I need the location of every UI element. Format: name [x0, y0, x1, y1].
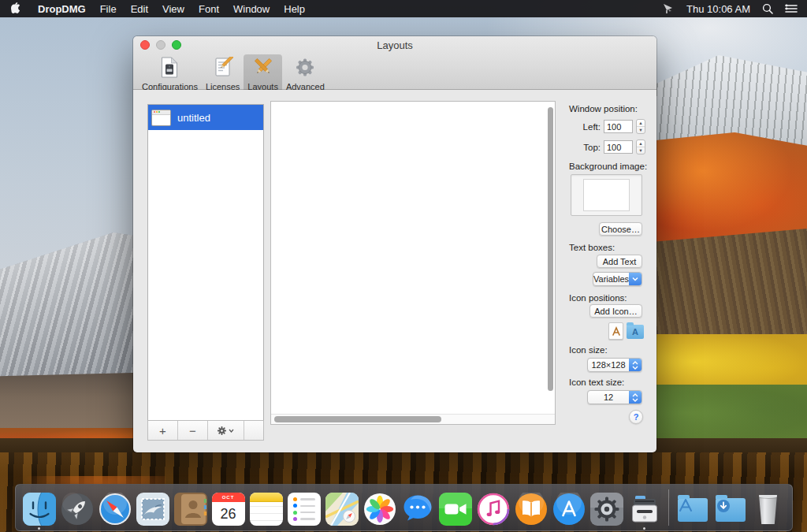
app-icon-thumbnail[interactable] — [608, 322, 623, 340]
launchpad-icon — [61, 493, 94, 526]
chevron-down-icon — [229, 429, 234, 433]
left-position-field[interactable] — [604, 120, 633, 133]
horizontal-scrollbar-track — [271, 414, 555, 424]
layout-preview-canvas[interactable] — [270, 101, 556, 425]
icon-positions-label: Icon positions: — [569, 293, 627, 303]
menu-clock[interactable]: Thu 10:06 AM — [686, 3, 750, 15]
dock-photos[interactable] — [363, 493, 396, 526]
spotlight-search-icon[interactable] — [762, 3, 773, 14]
dock-notes[interactable] — [250, 493, 283, 526]
dock-applications-folder[interactable] — [676, 493, 709, 526]
dock-maps[interactable] — [325, 493, 359, 526]
preferences-toolbar: Configurations Licenses Layouts Advanced — [138, 54, 329, 93]
dock-messages[interactable] — [401, 493, 434, 526]
list-action-bar: + − — [147, 420, 264, 441]
icon-size-popup[interactable]: 128×128 — [587, 358, 642, 372]
trash-icon — [758, 495, 779, 524]
dock-launchpad[interactable] — [61, 493, 94, 526]
dock-system-preferences[interactable] — [590, 493, 623, 526]
layouts-list: untitled + − — [147, 104, 264, 441]
menu-window[interactable]: Window — [233, 3, 270, 15]
background-image-well[interactable] — [571, 174, 642, 216]
popup-updown-icon — [629, 391, 642, 404]
background-image-label: Background image: — [569, 162, 647, 171]
dropdmg-preferences-window: Layouts Configurations Licenses Layouts — [133, 36, 656, 452]
facetime-icon — [439, 493, 472, 526]
dock-safari[interactable] — [99, 493, 132, 526]
calendar-day: 26 — [212, 502, 245, 526]
license-document-pencil-icon — [213, 57, 233, 81]
dock-ibooks[interactable] — [515, 493, 548, 526]
applications-folder-thumbnail[interactable]: A — [627, 325, 644, 339]
app-store-icon — [552, 493, 586, 526]
dropdmg-icon — [628, 493, 661, 526]
add-icon-button[interactable]: Add Icon… — [589, 304, 642, 318]
icon-text-size-label: Icon text size: — [569, 378, 624, 387]
layout-inspector: Window position: Left: ▲▼ Top: ▲▼ Backgr… — [560, 101, 650, 440]
dock-trash[interactable] — [752, 493, 785, 526]
dock-calendar[interactable]: OCT 26 — [212, 493, 245, 526]
dock-downloads-folder[interactable] — [714, 493, 747, 526]
dock-finder[interactable] — [23, 493, 56, 526]
photos-icon — [363, 493, 396, 526]
menu-bar: DropDMG File Edit View Font Window Help … — [0, 0, 807, 17]
dock: OCT 26 — [0, 484, 807, 531]
tab-layouts[interactable]: Layouts — [244, 54, 282, 93]
menu-font[interactable]: Font — [199, 3, 219, 15]
dock-app-store[interactable] — [552, 493, 586, 526]
tab-configurations[interactable]: Configurations — [138, 54, 202, 93]
top-stepper[interactable]: ▲▼ — [636, 140, 645, 154]
reminders-icon — [288, 493, 321, 526]
popup-updown-icon — [629, 359, 642, 371]
dock-itunes[interactable] — [477, 493, 510, 526]
dropdmg-status-icon[interactable] — [662, 3, 675, 14]
dock-contacts[interactable] — [174, 493, 207, 526]
horizontal-scrollbar[interactable] — [274, 416, 441, 422]
notification-center-icon[interactable] — [785, 4, 798, 13]
dock-dropdmg[interactable] — [628, 493, 661, 526]
top-position-field[interactable] — [604, 140, 633, 154]
calendar-month: OCT — [212, 493, 245, 502]
menu-help[interactable]: Help — [284, 3, 305, 15]
variables-popup[interactable]: Variables — [593, 272, 642, 286]
dock-facetime[interactable] — [439, 493, 472, 526]
help-button[interactable]: ? — [629, 410, 643, 424]
add-text-button[interactable]: Add Text — [597, 255, 642, 268]
window-position-label: Window position: — [569, 104, 638, 113]
running-indicator — [38, 527, 40, 530]
remove-layout-button[interactable]: − — [178, 421, 208, 440]
text-boxes-label: Text boxes: — [569, 243, 615, 252]
safari-icon — [99, 493, 132, 526]
window-chrome: Layouts Configurations Licenses Layouts — [133, 36, 656, 90]
calendar-icon: OCT 26 — [212, 493, 245, 526]
popup-chevron-icon — [629, 273, 642, 285]
dock-reminders[interactable] — [288, 493, 321, 526]
title-bar[interactable]: Layouts — [133, 36, 656, 54]
notes-icon — [250, 493, 283, 526]
finder-icon — [23, 493, 56, 526]
layout-name: untitled — [177, 112, 210, 124]
contacts-icon — [174, 493, 207, 526]
system-preferences-icon — [590, 493, 623, 526]
mail-icon — [136, 493, 169, 526]
menu-edit[interactable]: Edit — [131, 3, 148, 15]
icon-text-size-popup[interactable]: 12 — [587, 390, 642, 404]
action-menu-button[interactable] — [208, 421, 244, 440]
tab-advanced[interactable]: Advanced — [282, 54, 329, 93]
layout-list-item-untitled[interactable]: untitled — [148, 105, 263, 130]
left-stepper[interactable]: ▲▼ — [636, 119, 645, 134]
dock-divider — [668, 489, 669, 526]
background-image-preview — [583, 179, 630, 211]
vertical-scrollbar[interactable] — [548, 107, 553, 391]
choose-background-button[interactable]: Choose… — [599, 222, 642, 236]
layout-thumbnail-icon — [151, 110, 171, 126]
top-label: Top: — [563, 143, 601, 152]
tab-licenses[interactable]: Licenses — [202, 54, 244, 93]
add-layout-button[interactable]: + — [148, 421, 178, 440]
menu-view[interactable]: View — [162, 3, 184, 15]
menu-file[interactable]: File — [100, 3, 117, 15]
dock-mail[interactable] — [136, 493, 169, 526]
apple-menu-icon[interactable] — [11, 2, 22, 15]
gear-icon — [218, 426, 226, 435]
menu-app-name[interactable]: DropDMG — [38, 3, 86, 15]
